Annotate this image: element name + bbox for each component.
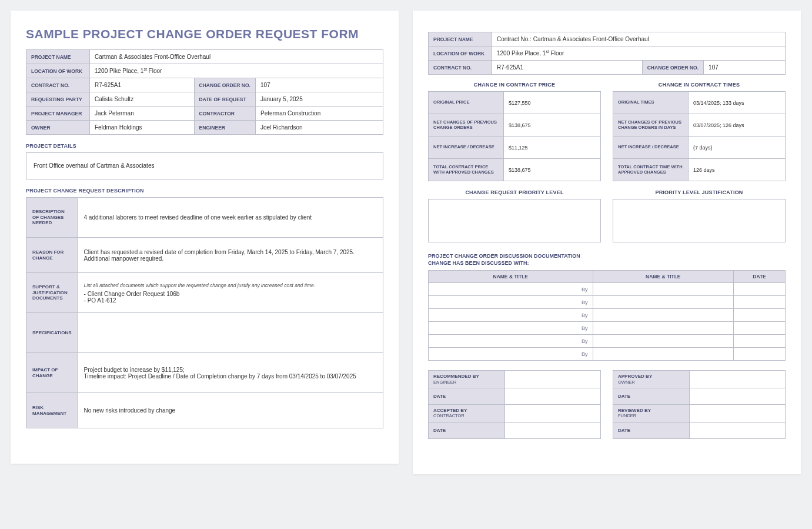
price-col: CHANGE IN CONTRACT PRICE ORIGINAL PRICE$…	[428, 82, 601, 181]
val-descr[interactable]: 4 additional laborers to meet revised de…	[78, 198, 383, 238]
times-heading: CHANGE IN CONTRACT TIMES	[613, 82, 786, 88]
lbl-contractor: CONTRACTOR	[194, 107, 255, 121]
val-owner[interactable]: Feldman Holdings	[90, 121, 195, 135]
discuss-col-date: DATE	[734, 271, 786, 283]
times-table: ORIGINAL TIMES03/14/2025; 133 days NET C…	[613, 91, 786, 181]
project-details-box[interactable]: Front Office overhaul of Cartman & Assoc…	[26, 152, 383, 179]
lbl-requesting-party: REQUESTING PARTY	[26, 92, 90, 107]
lbl-orig-times: ORIGINAL TIMES	[613, 92, 689, 114]
times-col: CHANGE IN CONTRACT TIMES ORIGINAL TIMES0…	[613, 82, 786, 181]
lbl-reason: REASON FOR CHANGE	[26, 238, 78, 273]
table-row: By	[429, 348, 786, 361]
lbl-owner: OWNER	[26, 121, 90, 135]
priority-level-box[interactable]	[428, 199, 601, 242]
val-project-name-2[interactable]: Contract No.: Cartman & Associates Front…	[492, 32, 786, 46]
val-engineer[interactable]: Joel Richardson	[255, 121, 383, 135]
val-orig-price[interactable]: $127,550	[504, 92, 601, 114]
val-requesting-party[interactable]: Calista Schultz	[90, 92, 195, 107]
lbl-project-manager: PROJECT MANAGER	[26, 107, 90, 121]
val-app-date[interactable]	[690, 388, 786, 405]
header-table-2: PROJECT NAME Contract No.: Cartman & Ass…	[428, 32, 786, 75]
lbl-netincdec-price: NET INCREASE / DECREASE	[429, 137, 504, 159]
val-rec-date[interactable]	[505, 388, 601, 405]
lbl-acc-date: DATE	[429, 422, 505, 439]
lbl-total-price: TOTAL CONTRACT PRICE WITH APPROVED CHANG…	[429, 159, 504, 181]
table-row: By	[429, 322, 786, 335]
val-impact[interactable]: Project budget to increase by $11,125; T…	[78, 353, 383, 393]
lbl-engineer: ENGINEER	[194, 121, 255, 135]
page-1: SAMPLE PROJECT CHANGE ORDER REQUEST FORM…	[11, 11, 399, 464]
val-netincdec-price[interactable]: $11,125	[504, 137, 601, 159]
change-desc-table: DESCRIPTION OF CHANGES NEEDED 4 addition…	[26, 197, 383, 428]
lbl-date-of-request: DATE OF REQUEST	[194, 92, 255, 107]
lbl-accepted: ACCEPTED BYCONTRACTOR	[429, 405, 505, 422]
val-project-manager[interactable]: Jack Peterman	[90, 107, 195, 121]
val-spec[interactable]	[78, 313, 383, 353]
lbl-change-order-no: CHANGE ORDER NO.	[194, 78, 255, 92]
lbl-netprev-price: NET CHANGES OF PREVIOUS CHANGE ORDERS	[429, 114, 504, 137]
val-contract-no-2[interactable]: R7-625A1	[492, 61, 643, 75]
priority-just-box[interactable]	[613, 199, 786, 242]
priority-level-col: CHANGE REQUEST PRIORITY LEVEL	[428, 189, 601, 242]
lbl-support: SUPPORT & JUSTIFICATION DOCUMENTS	[26, 273, 78, 313]
form-title: SAMPLE PROJECT CHANGE ORDER REQUEST FORM	[26, 27, 383, 41]
project-details-heading: PROJECT DETAILS	[26, 143, 383, 149]
lbl-netprev-times: NET CHANGES OF PREVIOUS CHANGE ORDERS IN…	[613, 114, 689, 137]
val-netprev-times[interactable]: 03/07/2025; 126 days	[689, 114, 786, 137]
lbl-risk: RISK MANAGEMENT	[26, 393, 78, 428]
val-netprev-price[interactable]: $138,675	[504, 114, 601, 137]
val-change-order-no-2[interactable]: 107	[704, 61, 786, 75]
val-total-times[interactable]: 126 days	[689, 159, 786, 181]
change-desc-heading: PROJECT CHANGE REQUEST DESCRIPTION	[26, 188, 383, 194]
page-2: PROJECT NAME Contract No.: Cartman & Ass…	[413, 11, 801, 474]
val-recommended[interactable]	[505, 371, 601, 388]
priority-just-col: PRIORITY LEVEL JUSTIFICATION	[613, 189, 786, 242]
val-rev-date[interactable]	[690, 422, 786, 439]
val-total-price[interactable]: $138,675	[504, 159, 601, 181]
val-approved[interactable]	[690, 371, 786, 388]
signatures: RECOMMENDED BYENGINEER DATE ACCEPTED BYC…	[428, 370, 786, 439]
lbl-app-date: DATE	[613, 388, 690, 405]
discuss-col-name1: NAME & TITLE	[429, 271, 593, 283]
val-location-2[interactable]: 1200 Pike Place, 1st Floor	[492, 46, 786, 61]
val-change-order-no[interactable]: 107	[255, 78, 383, 92]
lbl-spec: SPECIFICATIONS	[26, 313, 78, 353]
sign-left: RECOMMENDED BYENGINEER DATE ACCEPTED BYC…	[428, 370, 601, 439]
lbl-descr: DESCRIPTION OF CHANGES NEEDED	[26, 198, 78, 238]
lbl-contract-no-2: CONTRACT NO.	[429, 61, 492, 75]
lbl-orig-price: ORIGINAL PRICE	[429, 92, 504, 114]
val-orig-times[interactable]: 03/14/2025; 133 days	[689, 92, 786, 114]
val-risk[interactable]: No new risks introduced by change	[78, 393, 383, 428]
priority-level-heading: CHANGE REQUEST PRIORITY LEVEL	[428, 189, 601, 195]
lbl-project-name-2: PROJECT NAME	[429, 32, 492, 46]
val-project-name[interactable]: Cartman & Associates Front-Office Overha…	[90, 50, 383, 64]
val-netincdec-times[interactable]: (7 days)	[689, 137, 786, 159]
lbl-rec-date: DATE	[429, 388, 505, 405]
lbl-location: LOCATION OF WORK	[26, 64, 90, 78]
table-row: By	[429, 296, 786, 309]
lbl-approved: APPROVED BYOWNER	[613, 371, 690, 388]
val-location[interactable]: 1200 Pike Place, 1st Floor	[90, 64, 383, 78]
val-reason[interactable]: Client has requested a revised date of c…	[78, 238, 383, 273]
lbl-change-order-no-2: CHANGE ORDER NO.	[642, 61, 703, 75]
lbl-contract-no: CONTRACT NO.	[26, 78, 90, 92]
val-accepted[interactable]	[505, 405, 601, 422]
lbl-project-name: PROJECT NAME	[26, 50, 90, 64]
val-reviewed[interactable]	[690, 405, 786, 422]
header-table: PROJECT NAME Cartman & Associates Front-…	[26, 49, 383, 135]
lbl-location-2: LOCATION OF WORK	[429, 46, 492, 61]
val-contract-no[interactable]: R7-625A1	[90, 78, 195, 92]
discuss-col-name2: NAME & TITLE	[593, 271, 734, 283]
discuss-heading: PROJECT CHANGE ORDER DISCUSSION DOCUMENT…	[428, 253, 786, 267]
price-table: ORIGINAL PRICE$127,550 NET CHANGES OF PR…	[428, 91, 601, 181]
val-support[interactable]: List all attached documents which suppor…	[78, 273, 383, 313]
lbl-total-times: TOTAL CONTRACT TIME WITH APPROVED CHANGE…	[613, 159, 689, 181]
val-acc-date[interactable]	[505, 422, 601, 439]
sign-right: APPROVED BYOWNER DATE REVIEWED BYFUNDER …	[613, 370, 786, 439]
val-contractor[interactable]: Peterman Construction	[255, 107, 383, 121]
price-heading: CHANGE IN CONTRACT PRICE	[428, 82, 601, 88]
lbl-rev-date: DATE	[613, 422, 690, 439]
priority-just-heading: PRIORITY LEVEL JUSTIFICATION	[613, 189, 786, 195]
val-date-of-request[interactable]: January 5, 2025	[255, 92, 383, 107]
lbl-netincdec-times: NET INCREASE / DECREASE	[613, 137, 689, 159]
